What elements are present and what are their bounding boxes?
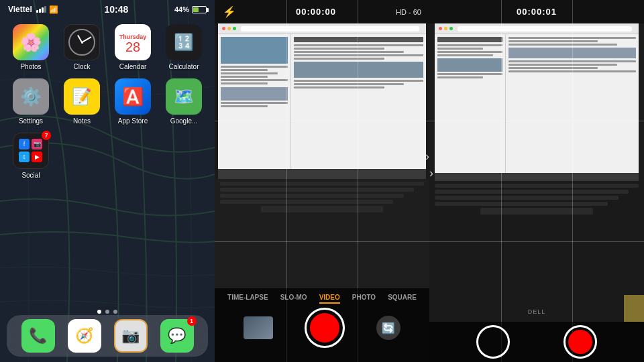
- right-screen-content: [435, 23, 639, 173]
- mid-camera-view: ›: [215, 23, 429, 288]
- mid-timer: 00:00:00: [296, 7, 336, 17]
- app-label-clock: Clock: [73, 63, 90, 70]
- app-grid: 🌸 Photos Clock Thursday 28 Calendar: [0, 24, 215, 179]
- mode-photo[interactable]: PHOTO: [352, 294, 376, 304]
- dock-messages[interactable]: 💬 1: [160, 319, 194, 353]
- mode-video[interactable]: VIDEO: [319, 294, 340, 304]
- right-scroll-arrow[interactable]: ›: [429, 166, 433, 180]
- messages-badge: 1: [187, 316, 197, 326]
- wifi-icon: 📶: [49, 5, 58, 14]
- right-top-bar: 00:00:01: [429, 0, 644, 23]
- battery-pct: 44%: [174, 5, 189, 13]
- social-badge: 7: [42, 131, 51, 140]
- app-label-photos: Photos: [20, 63, 41, 70]
- battery-icon: [192, 6, 207, 13]
- app-icon-settings[interactable]: ⚙️ Settings: [9, 78, 52, 125]
- right-article-content: [435, 34, 639, 173]
- right-camera-panel: DELL › 00:00:01: [429, 0, 644, 362]
- yellow-accent: [624, 295, 644, 322]
- right-laptop-keyboard: [429, 181, 644, 322]
- app-icon-clock[interactable]: Clock: [60, 24, 103, 70]
- app-icon-notes[interactable]: 📝 Notes: [60, 78, 103, 125]
- social-icons-grid: f 📷 t ▶: [19, 139, 43, 163]
- app-label-settings: Settings: [19, 117, 43, 125]
- thumbnail-preview[interactable]: [244, 316, 273, 339]
- right-timer: 00:00:01: [517, 7, 557, 17]
- flip-camera-button[interactable]: 🔄: [376, 316, 400, 340]
- record-inner: [310, 313, 339, 343]
- app-icon-photos[interactable]: 🌸 Photos: [9, 24, 52, 70]
- mode-timelapse[interactable]: TIME-LAPSE: [227, 294, 268, 304]
- page-dots: [0, 310, 215, 314]
- right-placeholder-mid: [525, 330, 549, 354]
- mid-article-content: [218, 34, 426, 169]
- phone-panel: Viettel 📶 10:48 44% 🌸 Photos: [0, 0, 215, 362]
- dell-logo: DELL: [528, 308, 546, 315]
- camera-shutter-row: 🔄: [215, 308, 429, 348]
- mode-square[interactable]: SQUARE: [388, 294, 417, 304]
- camera-modes: TIME-LAPSE SLO-MO VIDEO PHOTO SQUARE: [227, 288, 417, 308]
- app-icon-social[interactable]: f 📷 t ▶ 7 Social: [9, 133, 52, 179]
- right-bottom-controls: [429, 322, 644, 362]
- clock-face: [68, 29, 95, 56]
- mid-top-bar: ⚡ 00:00:00 HD - 60: [215, 0, 429, 23]
- status-bar: Viettel 📶 10:48 44%: [0, 0, 215, 19]
- mid-laptop-hinge: [218, 169, 426, 179]
- right-laptop-hinge: [435, 173, 639, 181]
- signal-icon: [36, 6, 46, 13]
- mid-quality: HD - 60: [396, 8, 421, 16]
- app-icon-calendar[interactable]: Thursday 28 Calendar: [111, 24, 154, 70]
- carrier-label: Viettel: [8, 5, 32, 14]
- app-icon-maps[interactable]: 🗺️ Google...: [162, 78, 205, 125]
- dock-camera[interactable]: 📷: [114, 319, 148, 353]
- page-dot-1: [97, 310, 101, 314]
- mid-laptop-screen: [218, 23, 426, 169]
- mid-scroll-arrow[interactable]: ›: [425, 149, 429, 163]
- mid-laptop-keyboard: [215, 179, 429, 288]
- mid-bottom-controls: TIME-LAPSE SLO-MO VIDEO PHOTO SQUARE 🔄: [215, 288, 429, 362]
- dock-bar: 📞 🧭 📷 💬 1: [7, 315, 208, 357]
- right-camera-view: DELL ›: [429, 23, 644, 322]
- mid-camera-panel: › ⚡ 00:00:00 HD - 60 TIME-LAPSE SLO-MO V…: [215, 0, 429, 362]
- app-label-maps: Google...: [170, 117, 198, 125]
- mode-slomo[interactable]: SLO-MO: [280, 294, 307, 304]
- app-icon-calculator[interactable]: 🔢 Calculator: [162, 24, 205, 70]
- right-shutter-white[interactable]: [476, 325, 510, 359]
- page-dot-2: [105, 310, 109, 314]
- right-shutter-red[interactable]: [564, 325, 597, 359]
- flip-icon: 🔄: [382, 322, 395, 335]
- record-button[interactable]: [305, 308, 345, 348]
- app-label-appstore: App Store: [118, 117, 148, 125]
- right-placeholder-left: [437, 330, 461, 354]
- page-dot-3: [113, 310, 117, 314]
- app-label-notes: Notes: [73, 117, 91, 125]
- flash-icon[interactable]: ⚡: [223, 5, 236, 18]
- app-label-social: Social: [21, 172, 40, 179]
- mid-screen-content: [218, 23, 426, 169]
- app-label-calculator: Calculator: [168, 63, 199, 70]
- dock-safari[interactable]: 🧭: [68, 319, 101, 353]
- app-label-calendar: Calendar: [119, 63, 147, 70]
- right-record-inner: [568, 330, 592, 354]
- dock-phone[interactable]: 📞: [21, 319, 55, 353]
- app-icon-appstore[interactable]: 🅰️ App Store: [111, 78, 154, 125]
- right-laptop-screen: [435, 23, 639, 173]
- right-placeholder-right: [612, 330, 637, 354]
- clock-display: 10:48: [104, 4, 128, 15]
